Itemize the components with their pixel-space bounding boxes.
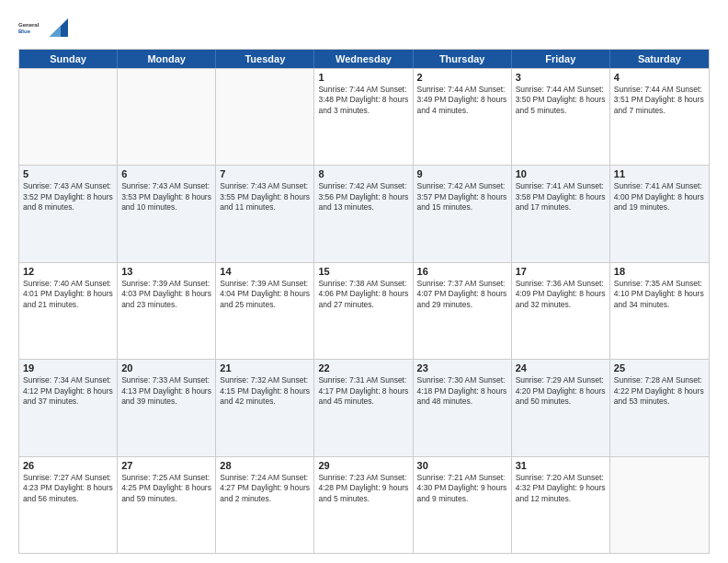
cell-info: Sunrise: 7:39 AM Sunset: 4:03 PM Dayligh… <box>121 279 211 310</box>
day-number: 24 <box>516 362 606 373</box>
cell-info: Sunrise: 7:37 AM Sunset: 4:07 PM Dayligh… <box>417 279 507 310</box>
cell-info: Sunrise: 7:44 AM Sunset: 3:48 PM Dayligh… <box>318 85 408 116</box>
day-number: 10 <box>516 168 606 179</box>
cell-info: Sunrise: 7:44 AM Sunset: 3:51 PM Dayligh… <box>614 85 705 116</box>
day-number: 22 <box>318 362 408 373</box>
cell-info: Sunrise: 7:36 AM Sunset: 4:09 PM Dayligh… <box>516 279 606 310</box>
day-number: 18 <box>614 266 705 277</box>
cell-info: Sunrise: 7:23 AM Sunset: 4:28 PM Dayligh… <box>318 473 408 504</box>
day-number: 5 <box>23 168 113 179</box>
day-number: 15 <box>318 266 408 277</box>
day-number: 9 <box>417 168 507 179</box>
calendar-row: 5Sunrise: 7:43 AM Sunset: 3:52 PM Daylig… <box>19 165 709 261</box>
calendar-cell: 4Sunrise: 7:44 AM Sunset: 3:51 PM Daylig… <box>610 69 709 165</box>
weekday-header: Thursday <box>414 50 512 68</box>
cell-info: Sunrise: 7:44 AM Sunset: 3:50 PM Dayligh… <box>516 85 606 116</box>
cell-info: Sunrise: 7:43 AM Sunset: 3:52 PM Dayligh… <box>23 181 113 213</box>
weekday-header: Sunday <box>19 50 118 68</box>
calendar-cell: 9Sunrise: 7:42 AM Sunset: 3:57 PM Daylig… <box>414 166 512 261</box>
calendar: SundayMondayTuesdayWednesdayThursdayFrid… <box>18 49 710 554</box>
weekday-header: Monday <box>118 50 216 68</box>
weekday-header: Friday <box>512 50 610 68</box>
day-number: 21 <box>220 362 310 373</box>
cell-info: Sunrise: 7:39 AM Sunset: 4:04 PM Dayligh… <box>220 279 310 310</box>
empty-cell <box>118 69 216 165</box>
cell-info: Sunrise: 7:25 AM Sunset: 4:25 PM Dayligh… <box>121 473 211 504</box>
calendar-cell: 23Sunrise: 7:30 AM Sunset: 4:18 PM Dayli… <box>414 360 512 455</box>
calendar-cell: 8Sunrise: 7:42 AM Sunset: 3:56 PM Daylig… <box>314 166 413 261</box>
day-number: 30 <box>417 460 507 471</box>
calendar-row: 1Sunrise: 7:44 AM Sunset: 3:48 PM Daylig… <box>19 68 709 165</box>
calendar-cell: 18Sunrise: 7:35 AM Sunset: 4:10 PM Dayli… <box>610 263 709 359</box>
cell-info: Sunrise: 7:29 AM Sunset: 4:20 PM Dayligh… <box>516 375 606 407</box>
day-number: 3 <box>516 72 606 83</box>
calendar-row: 12Sunrise: 7:40 AM Sunset: 4:01 PM Dayli… <box>19 262 709 359</box>
day-number: 6 <box>121 168 211 179</box>
day-number: 1 <box>318 72 408 83</box>
weekday-header: Tuesday <box>216 50 314 68</box>
cell-info: Sunrise: 7:38 AM Sunset: 4:06 PM Dayligh… <box>318 279 408 310</box>
logo-svg: General Blue <box>18 14 46 41</box>
weekday-header: Wednesday <box>314 50 413 68</box>
cell-info: Sunrise: 7:20 AM Sunset: 4:32 PM Dayligh… <box>516 473 606 504</box>
cell-info: Sunrise: 7:40 AM Sunset: 4:01 PM Dayligh… <box>23 279 113 310</box>
calendar-cell: 15Sunrise: 7:38 AM Sunset: 4:06 PM Dayli… <box>314 263 413 359</box>
cell-info: Sunrise: 7:44 AM Sunset: 3:49 PM Dayligh… <box>417 85 507 116</box>
cell-info: Sunrise: 7:34 AM Sunset: 4:12 PM Dayligh… <box>23 375 113 407</box>
calendar-cell: 19Sunrise: 7:34 AM Sunset: 4:12 PM Dayli… <box>19 360 118 455</box>
calendar-cell: 6Sunrise: 7:43 AM Sunset: 3:53 PM Daylig… <box>118 166 216 261</box>
cell-info: Sunrise: 7:27 AM Sunset: 4:23 PM Dayligh… <box>23 473 113 504</box>
calendar-row: 26Sunrise: 7:27 AM Sunset: 4:23 PM Dayli… <box>19 456 709 553</box>
svg-marker-3 <box>50 26 61 37</box>
calendar-cell: 5Sunrise: 7:43 AM Sunset: 3:52 PM Daylig… <box>19 166 118 261</box>
cell-info: Sunrise: 7:42 AM Sunset: 3:57 PM Dayligh… <box>417 181 507 213</box>
day-number: 23 <box>417 362 507 373</box>
cell-info: Sunrise: 7:24 AM Sunset: 4:27 PM Dayligh… <box>220 473 310 504</box>
day-number: 2 <box>417 72 507 83</box>
day-number: 19 <box>23 362 113 373</box>
calendar-cell: 14Sunrise: 7:39 AM Sunset: 4:04 PM Dayli… <box>216 263 314 359</box>
day-number: 8 <box>318 168 408 179</box>
empty-cell <box>216 69 314 165</box>
calendar-cell: 10Sunrise: 7:41 AM Sunset: 3:58 PM Dayli… <box>512 166 610 261</box>
weekday-header: Saturday <box>610 50 709 68</box>
day-number: 29 <box>318 460 408 471</box>
empty-cell <box>19 69 118 165</box>
calendar-row: 19Sunrise: 7:34 AM Sunset: 4:12 PM Dayli… <box>19 359 709 455</box>
cell-info: Sunrise: 7:31 AM Sunset: 4:17 PM Dayligh… <box>318 375 408 407</box>
day-number: 4 <box>614 72 705 83</box>
calendar-cell: 29Sunrise: 7:23 AM Sunset: 4:28 PM Dayli… <box>314 457 413 553</box>
calendar-cell: 27Sunrise: 7:25 AM Sunset: 4:25 PM Dayli… <box>118 457 216 553</box>
calendar-cell: 20Sunrise: 7:33 AM Sunset: 4:13 PM Dayli… <box>118 360 216 455</box>
cell-info: Sunrise: 7:43 AM Sunset: 3:55 PM Dayligh… <box>220 181 310 213</box>
cell-info: Sunrise: 7:28 AM Sunset: 4:22 PM Dayligh… <box>614 375 705 407</box>
calendar-cell: 31Sunrise: 7:20 AM Sunset: 4:32 PM Dayli… <box>512 457 610 553</box>
day-number: 25 <box>614 362 705 373</box>
svg-text:General: General <box>18 22 40 28</box>
calendar-cell: 28Sunrise: 7:24 AM Sunset: 4:27 PM Dayli… <box>216 457 314 553</box>
calendar-cell: 25Sunrise: 7:28 AM Sunset: 4:22 PM Dayli… <box>610 360 709 455</box>
cell-info: Sunrise: 7:30 AM Sunset: 4:18 PM Dayligh… <box>417 375 507 407</box>
calendar-cell: 26Sunrise: 7:27 AM Sunset: 4:23 PM Dayli… <box>19 457 118 553</box>
day-number: 12 <box>23 266 113 277</box>
day-number: 16 <box>417 266 507 277</box>
cell-info: Sunrise: 7:43 AM Sunset: 3:53 PM Dayligh… <box>121 181 211 213</box>
calendar-cell: 30Sunrise: 7:21 AM Sunset: 4:30 PM Dayli… <box>414 457 512 553</box>
calendar-cell: 21Sunrise: 7:32 AM Sunset: 4:15 PM Dayli… <box>216 360 314 455</box>
day-number: 14 <box>220 266 310 277</box>
day-number: 26 <box>23 460 113 471</box>
cell-info: Sunrise: 7:21 AM Sunset: 4:30 PM Dayligh… <box>417 473 507 504</box>
svg-text:Blue: Blue <box>18 29 31 34</box>
cell-info: Sunrise: 7:35 AM Sunset: 4:10 PM Dayligh… <box>614 279 705 310</box>
empty-cell <box>610 457 709 553</box>
calendar-cell: 12Sunrise: 7:40 AM Sunset: 4:01 PM Dayli… <box>19 263 118 359</box>
calendar-cell: 7Sunrise: 7:43 AM Sunset: 3:55 PM Daylig… <box>216 166 314 261</box>
cell-info: Sunrise: 7:32 AM Sunset: 4:15 PM Dayligh… <box>220 375 310 407</box>
calendar-cell: 1Sunrise: 7:44 AM Sunset: 3:48 PM Daylig… <box>314 69 413 165</box>
calendar-cell: 24Sunrise: 7:29 AM Sunset: 4:20 PM Dayli… <box>512 360 610 455</box>
calendar-cell: 13Sunrise: 7:39 AM Sunset: 4:03 PM Dayli… <box>118 263 216 359</box>
calendar-body: 1Sunrise: 7:44 AM Sunset: 3:48 PM Daylig… <box>19 68 709 553</box>
day-number: 27 <box>121 460 211 471</box>
day-number: 28 <box>220 460 310 471</box>
calendar-cell: 22Sunrise: 7:31 AM Sunset: 4:17 PM Dayli… <box>314 360 413 455</box>
